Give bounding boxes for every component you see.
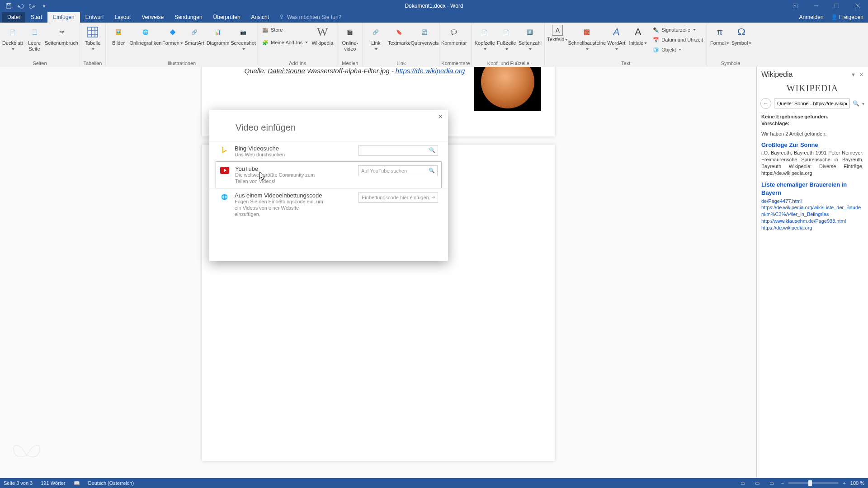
youtube-search-input[interactable]: Auf YouTube suchen🔍 <box>358 165 438 176</box>
view-read-mode-icon[interactable]: ▭ <box>738 479 748 487</box>
zoom-slider[interactable] <box>788 482 838 484</box>
mouse-cursor-icon <box>259 171 266 181</box>
dialog-close-button[interactable]: ✕ <box>436 113 444 121</box>
status-spellcheck-icon[interactable]: 📖 <box>74 480 80 486</box>
embed-code-input[interactable]: Einbettungscode hier einfügen.➜ <box>359 192 438 203</box>
bing-icon <box>219 145 229 155</box>
status-page[interactable]: Seite 3 von 3 <box>4 480 33 486</box>
dialog-row-bing[interactable]: Bing-VideosucheDas Web durchsuchen 🔍 <box>209 141 448 162</box>
zoom-in-button[interactable]: + <box>843 480 845 486</box>
status-language[interactable]: Deutsch (Österreich) <box>88 480 134 486</box>
dialog-title: Video einfügen <box>209 110 448 141</box>
view-web-layout-icon[interactable]: ▭ <box>767 479 777 487</box>
status-words[interactable]: 191 Wörter <box>41 480 65 486</box>
youtube-icon <box>220 165 230 175</box>
zoom-level[interactable]: 100 % <box>850 480 864 486</box>
embed-code-icon: 🌐 <box>219 192 229 202</box>
zoom-out-button[interactable]: − <box>781 480 784 486</box>
view-print-layout-icon[interactable]: ▭ <box>752 479 762 487</box>
video-insert-dialog: ✕ Video einfügen Bing-VideosucheDas Web … <box>209 110 448 261</box>
status-bar: Seite 3 von 3 191 Wörter 📖 Deutsch (Öste… <box>0 478 868 488</box>
dialog-row-youtube[interactable]: YouTubeDie weltweit größte Community zum… <box>216 161 442 189</box>
bing-search-input[interactable]: 🔍 <box>359 145 438 156</box>
dialog-overlay: ✕ Video einfügen Bing-VideosucheDas Web … <box>0 0 868 488</box>
dialog-row-embed[interactable]: 🌐 Aus einem VideoeinbettungscodeFügen Si… <box>209 188 448 221</box>
